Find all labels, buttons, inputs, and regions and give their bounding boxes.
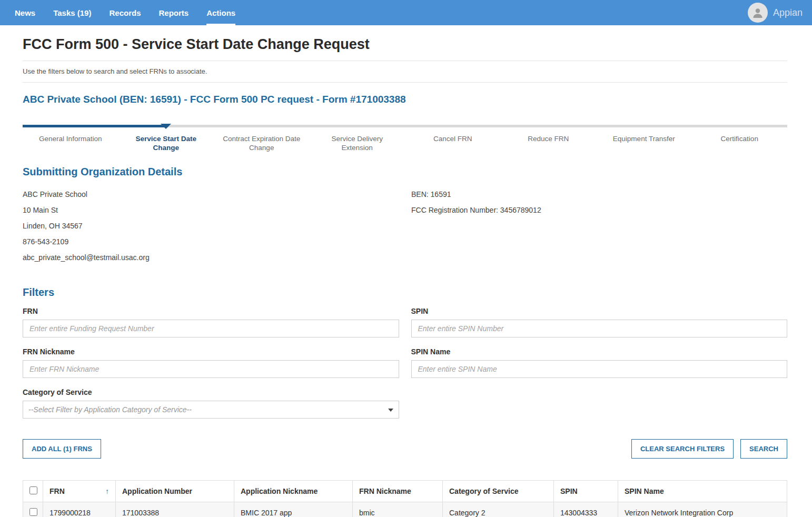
spin-input[interactable] [411,320,788,337]
category-of-service-select-wrap: --Select Filter by Application Category … [23,401,399,419]
stepper-arrow-marker-icon [161,124,171,129]
org-details: ABC Private School 10 Main St Linden, OH… [23,186,787,265]
main-content: FCC Form 500 - Service Start Date Change… [0,36,812,517]
spin-name-field-group: SPIN Name [411,347,788,378]
column-header-spin-name: SPIN Name [618,481,787,502]
spin-field-group: SPIN [411,307,788,337]
org-fcc-registration: FCC Registration Number: 3456789012 [411,202,787,218]
frn-nickname-label: FRN Nickname [23,347,399,356]
stepper-track [23,125,787,127]
step-equipment-transfer[interactable]: Equipment Transfer [596,134,692,152]
nav-right: Appian [748,0,803,25]
category-of-service-field-group: Category of Service --Select Filter by A… [23,388,399,419]
cell-spin: 143004333 [554,502,618,517]
cell-application-number: 171003388 [116,502,234,517]
step-reduce-frn[interactable]: Reduce FRN [501,134,597,152]
table-header-row: FRN ↑ Application Number Application Nic… [23,481,787,502]
page-instructions: Use the filters below to search and sele… [23,67,787,75]
frn-results-table: FRN ↑ Application Number Application Nic… [23,480,787,517]
sort-ascending-icon[interactable]: ↑ [105,487,109,495]
filter-actions-row: ADD ALL (1) FRNS CLEAR SEARCH FILTERS SE… [23,439,787,459]
column-header-category-of-service: Category of Service [443,481,554,502]
nav-items: News Tasks (19) Records Reports Actions [6,0,244,25]
step-service-start-date-change[interactable]: Service Start Date Change [118,134,214,152]
org-details-heading: Submitting Organization Details [23,166,787,178]
frn-nickname-input[interactable] [23,360,399,378]
column-header-application-number: Application Number [116,481,234,502]
cell-frn: 1799000218 [43,502,116,517]
org-details-right: BEN: 16591 FCC Registration Number: 3456… [411,186,787,265]
nav-item-tasks[interactable]: Tasks (19) [53,0,91,25]
frn-nickname-field-group: FRN Nickname [23,347,399,378]
category-of-service-label: Category of Service [23,388,399,396]
filters-heading: Filters [23,286,787,299]
org-email: abc_private_school@testmail.usac.org [23,250,399,265]
person-icon [751,6,764,19]
wizard-stepper: General Information Service Start Date C… [23,125,787,152]
frn-label: FRN [23,307,399,315]
filters-form: FRN SPIN FRN Nickname SPIN Name Category… [23,307,787,429]
divider [23,82,787,83]
frn-field-group: FRN [23,307,399,337]
spin-name-input[interactable] [411,360,788,378]
cell-spin-name: Verizon Network Integration Corp [618,502,787,517]
category-of-service-select[interactable]: --Select Filter by Application Category … [23,401,399,419]
cell-application-nickname: BMIC 2017 app [234,502,353,517]
step-general-information[interactable]: General Information [23,134,118,152]
table-row: 1799000218 171003388 BMIC 2017 app bmic … [23,502,787,517]
spin-name-label: SPIN Name [411,347,788,356]
appian-brand-label: Appian [773,7,803,18]
org-phone: 876-543-2109 [23,234,399,250]
top-navbar: News Tasks (19) Records Reports Actions … [0,0,812,25]
spin-label: SPIN [411,307,788,315]
step-service-delivery-extension[interactable]: Service Delivery Extension [310,134,405,152]
org-ben: BEN: 16591 [411,186,787,202]
form-heading: ABC Private School (BEN: 16591) - FCC Fo… [23,94,787,105]
nav-item-records[interactable]: Records [109,0,141,25]
org-details-left: ABC Private School 10 Main St Linden, OH… [23,186,399,265]
column-header-application-nickname: Application Nickname [234,481,353,502]
column-header-frn[interactable]: FRN ↑ [43,481,116,502]
nav-item-news[interactable]: News [15,0,35,25]
cell-frn-nickname: bmic [353,502,443,517]
org-address-line1: 10 Main St [23,202,399,218]
select-all-checkbox[interactable] [29,486,37,494]
column-header-spin: SPIN [554,481,618,502]
step-certification[interactable]: Certification [692,134,788,152]
add-all-frns-button[interactable]: ADD ALL (1) FRNS [23,439,101,459]
cell-category-of-service: Category 2 [443,502,554,517]
stepper-progress-fill [23,125,166,127]
frn-input[interactable] [23,320,399,337]
step-cancel-frn[interactable]: Cancel FRN [405,134,501,152]
frn-column-label: FRN [49,487,65,495]
nav-item-actions[interactable]: Actions [206,0,235,25]
user-avatar[interactable] [748,3,768,23]
nav-item-reports[interactable]: Reports [159,0,189,25]
search-buttons-group: CLEAR SEARCH FILTERS SEARCH [631,439,787,459]
stepper-steps: General Information Service Start Date C… [23,127,787,152]
org-address-line2: Linden, OH 34567 [23,218,399,234]
clear-search-filters-button[interactable]: CLEAR SEARCH FILTERS [631,439,734,459]
row-select-cell [23,502,43,517]
search-button[interactable]: SEARCH [740,439,787,459]
row-select-checkbox[interactable] [29,508,37,516]
page-title: FCC Form 500 - Service Start Date Change… [23,36,787,53]
select-all-cell [23,481,43,502]
divider [23,61,787,61]
column-header-frn-nickname: FRN Nickname [353,481,443,502]
step-contract-expiration-date-change[interactable]: Contract Expiration Date Change [214,134,310,152]
org-name: ABC Private School [23,186,399,202]
